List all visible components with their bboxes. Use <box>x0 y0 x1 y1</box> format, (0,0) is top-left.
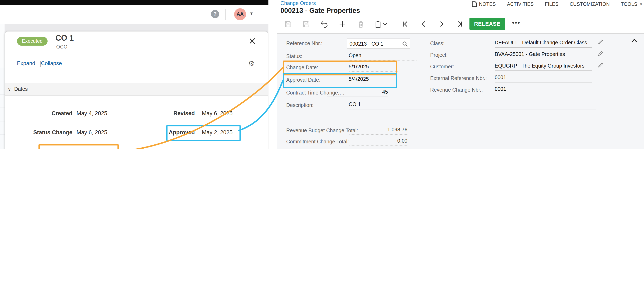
chevron-down-icon: ∨ <box>8 87 11 92</box>
reference-nbr-label: Reference Nbr.: <box>286 41 322 46</box>
first-record-button[interactable] <box>400 19 410 29</box>
class-value[interactable]: DEFAULT - Default Change Order Class <box>495 40 592 48</box>
status-change-label: Status Change <box>6 129 72 135</box>
right-app-window: Change Orders 000213 - Gate Properties N… <box>277 0 644 149</box>
approval-date-value[interactable]: 5/4/2025 <box>349 76 398 84</box>
save-button[interactable] <box>301 19 311 29</box>
dates-section-header[interactable]: ∨Dates <box>5 83 268 96</box>
expand-link[interactable]: Expand <box>17 60 35 66</box>
release-button[interactable]: RELEASE <box>470 18 505 30</box>
revised-label: Revised <box>129 110 195 116</box>
panel-title: CO 1 <box>56 34 74 43</box>
edit-class-icon[interactable] <box>598 39 603 44</box>
submitted-value: May 1, 2025 <box>76 148 107 149</box>
page-title: 000213 - Gate Properties <box>280 7 360 15</box>
collapse-form-icon[interactable] <box>631 39 638 43</box>
chevron-down-icon: ▼ <box>640 2 643 6</box>
gear-icon[interactable]: ⚙ <box>248 59 254 68</box>
top-menu: NOTES ACTIVITIES FILES CUSTOMIZATION TOO… <box>472 1 643 7</box>
description-value[interactable]: CO 1 <box>349 101 596 109</box>
panel-subtitle: OCO <box>56 44 68 49</box>
reference-nbr-input[interactable]: 000213 - CO 1 <box>346 39 410 49</box>
save-close-button[interactable] <box>283 19 293 29</box>
next-record-button[interactable] <box>437 19 447 29</box>
revenue-total-value: 1,098.76 <box>350 127 408 135</box>
commitment-total-label: Commitment Change Total: <box>286 139 349 145</box>
customer-value[interactable]: EQUGRP - The Equity Group Investors <box>495 63 592 71</box>
expand-collapse-row: Expand | Collapse ⚙ <box>5 54 268 74</box>
lookup-icon[interactable] <box>402 41 408 47</box>
breadcrumb[interactable]: Change Orders <box>280 1 316 6</box>
last-record-button[interactable] <box>455 19 465 29</box>
response-due-label: Response Due <box>120 148 186 149</box>
external-reference-label: External Reference Nbr.: <box>430 75 487 81</box>
response-due-value: Unspecified <box>198 148 227 149</box>
customer-label: Customer: <box>430 64 454 70</box>
revenue-total-label: Revenue Budget Change Total: <box>286 128 358 133</box>
commitment-total-value: 0.00 <box>350 138 408 146</box>
contract-time-change-value[interactable]: 45 <box>327 89 388 97</box>
menu-customization[interactable]: CUSTOMIZATION <box>570 2 610 7</box>
revised-value: May 6, 2025 <box>202 110 233 116</box>
left-app-window: ? AA ▼ Executed CO 1 OCO Expand | Collap… <box>0 0 268 149</box>
note-icon <box>472 1 477 7</box>
project-value[interactable]: BVAA-25001 - Gate Properties <box>495 51 592 59</box>
info-icon[interactable]: i <box>188 149 194 149</box>
approved-value: May 2, 2025 <box>202 129 233 135</box>
topbar-divider <box>226 9 226 20</box>
avatar[interactable]: AA <box>234 8 246 20</box>
cancel-undo-button[interactable] <box>319 19 329 29</box>
status-label: Status: <box>286 54 302 59</box>
menu-files[interactable]: FILES <box>545 2 558 7</box>
description-label: Description: <box>286 102 314 108</box>
menu-activities[interactable]: ACTIVITIES <box>507 2 534 7</box>
copy-paste-caret-icon[interactable] <box>382 19 388 29</box>
background-table-strip <box>0 24 4 149</box>
approval-date-label: Approval Date: <box>286 77 320 83</box>
created-label: Created <box>6 110 72 116</box>
status-change-value: May 6, 2025 <box>76 129 107 135</box>
dates-section-label: Dates <box>14 86 28 92</box>
more-actions-icon[interactable]: ••• <box>512 19 520 27</box>
left-app-topbar: ? AA ▼ <box>0 6 268 24</box>
change-date-label: Change Date: <box>286 65 318 70</box>
avatar-caret-icon[interactable]: ▼ <box>250 11 254 16</box>
approved-label: Approved <box>129 129 195 135</box>
revenue-change-nbr-value[interactable]: 0001 <box>495 86 592 94</box>
project-label: Project: <box>430 52 448 58</box>
delete-button[interactable] <box>356 19 366 29</box>
created-value: May 4, 2025 <box>76 110 107 116</box>
add-button[interactable] <box>338 19 348 29</box>
previous-record-button[interactable] <box>418 19 428 29</box>
record-toolbar: RELEASE ••• <box>277 17 644 32</box>
copy-paste-button[interactable] <box>373 19 383 29</box>
submitted-label: Submitted <box>6 148 72 149</box>
reference-nbr-value: 000213 - CO 1 <box>347 41 402 47</box>
menu-tools[interactable]: TOOLS ▼ <box>621 2 643 7</box>
status-value: Open <box>349 53 417 61</box>
left-app-titlebar <box>0 0 268 6</box>
screenshot-root: ? AA ▼ Executed CO 1 OCO Expand | Collap… <box>0 0 644 149</box>
collapse-link[interactable]: Collapse <box>41 60 62 66</box>
close-icon[interactable] <box>248 37 256 45</box>
change-order-panel: Executed CO 1 OCO Expand | Collapse ⚙ ∨D… <box>4 31 268 149</box>
external-reference-value[interactable]: 0001 <box>495 75 592 82</box>
form-area: Reference Nbr.: 000213 - CO 1 Status: Op… <box>277 33 644 149</box>
change-date-value[interactable]: 5/1/2025 <box>349 64 398 72</box>
edit-project-icon[interactable] <box>598 51 603 56</box>
menu-notes[interactable]: NOTES <box>472 1 496 7</box>
revenue-change-nbr-label: Revenue Change Nbr.: <box>430 87 483 93</box>
class-label: Class: <box>430 41 444 46</box>
help-icon[interactable]: ? <box>211 10 219 18</box>
edit-customer-icon[interactable] <box>598 63 603 68</box>
status-badge: Executed <box>17 37 48 46</box>
